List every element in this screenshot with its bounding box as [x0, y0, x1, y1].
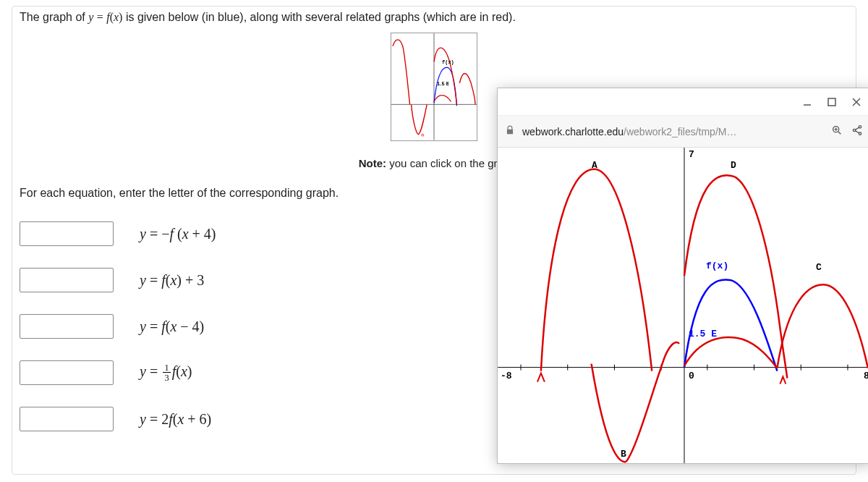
equation-3: y = f(x − 4) [140, 318, 204, 335]
graph-origin: 0 [689, 371, 694, 381]
graph-label-e: 1.5 E [689, 329, 717, 339]
address-bar: webwork.charlotte.edu/webwork2_files/tmp… [498, 116, 868, 148]
url-text[interactable]: webwork.charlotte.edu/webwork2_files/tmp… [522, 126, 736, 138]
svg-line-14 [855, 127, 859, 130]
problem-container: The graph of y = f(x) is given below (in… [12, 6, 856, 475]
answer-input-1[interactable] [20, 221, 114, 246]
note-label: Note: [359, 157, 386, 169]
equation-1: y = −f (x + 4) [140, 226, 216, 242]
graph-ymax: 7 [689, 149, 694, 160]
window-titlebar [498, 88, 868, 116]
graph-label-c: C [816, 262, 822, 273]
intro-mid: is given below (in blue), along with sev… [126, 11, 516, 23]
svg-point-2 [422, 134, 424, 136]
graph-label-fx: f(x) [706, 261, 728, 271]
equation-2: y = f(x) + 3 [140, 272, 204, 289]
share-icon[interactable] [851, 124, 864, 138]
graph-svg [498, 148, 868, 463]
graph-canvas[interactable]: A B C D 1.5 E f(x) -8 8 7 0 [498, 148, 868, 463]
equation-4: y = 13f(x) [140, 363, 192, 383]
graph-label-a: A [592, 160, 597, 171]
graph-thumbnail-svg [391, 33, 477, 140]
graph-thumbnail[interactable]: f(x) 1.5 E [391, 33, 477, 141]
equation-5: y = 2f(x + 6) [140, 411, 211, 428]
graph-label-b: B [621, 449, 626, 460]
maximize-icon[interactable] [826, 96, 838, 108]
thumb-fx-label: f(x) [442, 59, 454, 65]
svg-line-8 [838, 132, 841, 134]
popup-window: webwork.charlotte.edu/webwork2_files/tmp… [497, 88, 868, 464]
answer-input-3[interactable] [20, 314, 114, 339]
svg-rect-4 [828, 98, 835, 106]
svg-line-15 [855, 131, 859, 133]
graph-xmin: -8 [501, 371, 512, 381]
intro-prefix: The graph of [20, 11, 88, 23]
answer-input-4[interactable] [20, 360, 114, 385]
graph-xmax: 8 [864, 371, 868, 381]
note-text: you can click on the grap [386, 157, 509, 169]
answer-input-2[interactable] [20, 268, 114, 292]
answer-input-5[interactable] [20, 407, 114, 431]
intro-text: The graph of y = f(x) is given below (in… [20, 11, 848, 24]
graph-label-d: D [731, 160, 736, 171]
lock-icon [505, 125, 515, 138]
minimize-icon[interactable] [801, 96, 813, 108]
close-icon[interactable] [851, 96, 862, 108]
zoom-icon[interactable] [830, 124, 843, 138]
